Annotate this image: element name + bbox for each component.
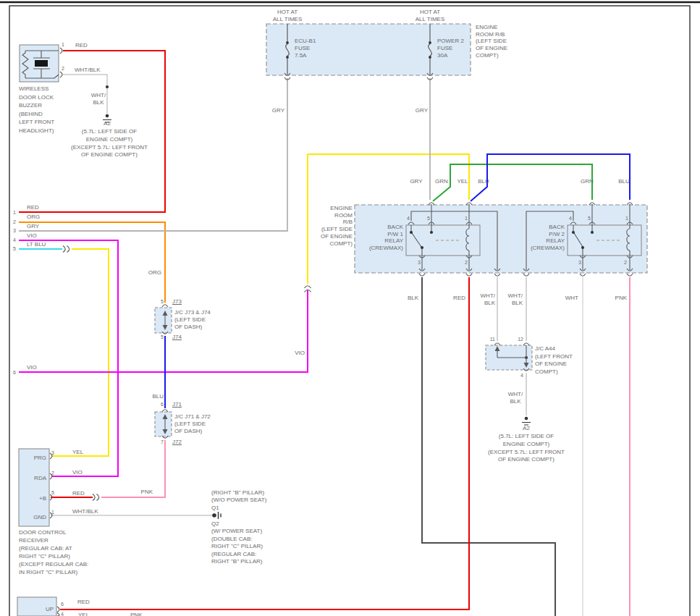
a44-name: J/C A44 (LEFT FRONT OF ENGINE COMPT)	[535, 345, 573, 376]
receiver-yel-wire-label: YEL	[72, 449, 83, 456]
yel-mid-label: YEL	[457, 178, 468, 185]
receiver-pin1-number: 1	[51, 509, 54, 516]
relay1-pin3-number: 3	[418, 259, 421, 266]
jc-j71-box	[155, 412, 172, 436]
a44-gnd-id: A2	[523, 425, 530, 432]
left-pin1-number: 1	[13, 209, 16, 216]
bottom-pin4-number: 4	[61, 611, 64, 616]
a44-gnd-location: (5.7L: LEFT SIDE OF ENGINE COMPT) (EXCEP…	[488, 433, 565, 464]
buzzer-pin2-number: 2	[62, 65, 64, 72]
pnk-vertical-label: PNK	[141, 489, 153, 496]
receiver-pin5-number: 5	[51, 489, 54, 497]
wiring-diagram-page: HOT AT ALL TIMES HOT AT ALL TIMES ECU-B1…	[0, 0, 700, 616]
inline-connector-ltblu-yel	[63, 246, 69, 253]
gry-wire-label-2: GRY	[416, 107, 428, 114]
red-out-label: RED	[453, 295, 465, 302]
a44-gnd-wire-label: WHT/ BLK	[508, 391, 523, 405]
gnd-bolt-dot	[212, 513, 216, 518]
wire-org	[19, 222, 165, 303]
relay1-name: BACK P/W 1 RELAY (CREWMAX)	[369, 224, 403, 252]
relay2-pin3-number: 3	[578, 259, 581, 266]
wire-yel-pin5	[51, 249, 109, 456]
left-pin5-number: 5	[13, 245, 16, 253]
blu-mid-label: BLU	[478, 178, 489, 185]
fuse1-dot-top	[286, 41, 289, 44]
wire-gry-fuse1	[19, 78, 287, 231]
hot-at-label-1: HOT AT ALL TIMES	[273, 9, 302, 23]
left-pin1-wire-label: RED	[27, 204, 39, 211]
gry-mid-label: GRY	[410, 178, 422, 185]
left-pin3-number: 3	[13, 227, 16, 235]
inline-connector-red-pnk	[93, 494, 99, 501]
a44-pin4-number: 4	[520, 372, 523, 379]
left-pin6-number: 6	[13, 369, 16, 376]
j72-id: J72	[172, 439, 182, 446]
buzzer-gnd-wire-label: WHT/ BLK	[91, 92, 106, 106]
component-boxes	[17, 24, 647, 616]
left-pin2-number: 2	[13, 219, 16, 226]
dot-r2-pin5	[591, 231, 594, 234]
bottom-box-up-label: UP	[46, 606, 54, 613]
j74-pin-number: 5	[161, 334, 164, 341]
ground-q2-label: Q2 (W/ POWER SEAT) (DOUBLE CAB: RIGHT "C…	[211, 520, 263, 565]
fuse1-dot-bottom	[286, 56, 289, 59]
relay2-pin5-number: 5	[588, 215, 591, 222]
blu-vertical-label: BLU	[152, 393, 164, 400]
drawing-border	[9, 6, 690, 616]
j73-name: J/C J73 & J74 (LEFT SIDE OF DASH)	[174, 309, 211, 331]
dot-buzzer-gnd	[106, 85, 109, 88]
fuse2-dot-bottom	[429, 56, 431, 59]
whtblk-out1-label: WHT/ BLK	[481, 292, 495, 307]
dot-r2-pin4	[572, 231, 575, 234]
a44-pin11-number: 11	[490, 336, 495, 343]
receiver-name: DOOR CONTROL RECEIVER (REGULAR CAB: AT R…	[19, 528, 88, 576]
wire-vio-pin4	[19, 240, 118, 476]
receiver-pin-b-label: +B	[39, 495, 46, 502]
receiver-pin-gnd-label: GND	[33, 514, 46, 521]
left-pin6-wire-label: VIO	[27, 364, 37, 371]
wire-red-out	[60, 277, 469, 609]
dot-r1-pin5	[430, 231, 433, 234]
dot-r1-arm	[421, 246, 423, 249]
receiver-vio-wire-label: VIO	[72, 469, 83, 476]
bottom-box-pin-chevrons	[57, 607, 59, 616]
j71-name: J/C J71 & J72 (LEFT SIDE OF DASH)	[174, 413, 211, 435]
buzzer-pin-chevrons	[60, 48, 62, 77]
j72-pin-number: 7	[161, 439, 164, 446]
receiver-red-wire-label: RED	[72, 490, 85, 497]
wire-blu-jumper	[471, 154, 630, 201]
ground-q1-label: (RIGHT "B" PILLAR) (W/O POWER SEAT) Q1	[211, 489, 266, 512]
j71-pin-number: 6	[161, 401, 164, 408]
whtblk-out2-label: WHT/ BLK	[508, 292, 523, 307]
j71-id: J71	[172, 401, 182, 408]
receiver-pin-prg-label: PRG	[34, 455, 46, 462]
dot-r1-pin4	[410, 231, 413, 234]
bottom-pnk-wire-label: PNK	[130, 612, 142, 616]
fusebox-name: ENGINE ROOM R/B (LEFT SIDE OF ENGINE COM…	[476, 24, 507, 59]
j73-id: J73	[172, 298, 182, 305]
gnd-bolt-bars	[219, 512, 222, 519]
relay2-name: BACK P/W 2 RELAY (CREWMAX)	[531, 224, 565, 252]
buzzer-pin1-number: 1	[62, 41, 64, 48]
relay1-pin1-number: 1	[465, 215, 468, 222]
left-pin4-wire-label: VIO	[27, 232, 37, 240]
receiver-pin3-number: 3	[51, 450, 54, 457]
fuse2-label: POWER 2 FUSE 30A	[437, 38, 464, 59]
j73-pin-number: 5	[161, 298, 164, 305]
ground-a2-a44	[522, 417, 531, 425]
grn-right-label: GRN	[581, 178, 594, 185]
gnd-dot	[106, 114, 109, 118]
wire-pnk-jc	[101, 440, 165, 497]
left-pin2-wire-label: ORG	[27, 214, 40, 221]
relay1-pin4-number: 4	[407, 215, 410, 222]
bottom-red-wire-label: RED	[77, 599, 90, 606]
receiver-pin2-number: 2	[51, 470, 54, 477]
gry-wire-label-1: GRY	[272, 107, 284, 114]
bottom-pin6-number: 6	[61, 601, 64, 608]
buzzer-name: WIRELESS DOOR LOCK BUZZER (BEHIND LEFT F…	[19, 85, 54, 135]
gnd-dot	[525, 417, 528, 421]
receiver-pin-rda-label: RDA	[34, 475, 46, 482]
pnk-out-label: PNK	[615, 295, 627, 302]
bottom-yel-wire-label: YEL	[78, 612, 89, 616]
ground-q1-q2	[212, 512, 221, 519]
